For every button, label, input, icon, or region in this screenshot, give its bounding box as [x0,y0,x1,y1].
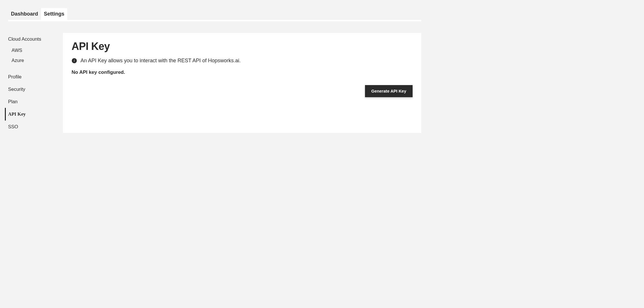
tab-dashboard[interactable]: Dashboard [8,8,41,20]
sidebar-item-cloud-accounts[interactable]: Cloud Accounts [7,33,54,45]
info-text: An API Key allows you to interact with t… [80,58,241,64]
generate-api-key-button[interactable]: Generate API Key [365,85,413,97]
sidebar-item-plan[interactable]: Plan [7,95,54,108]
sidebar-item-sso[interactable]: SSO [7,121,54,133]
info-row: i An API Key allows you to interact with… [72,58,413,64]
settings-sidebar: Cloud Accounts AWS Azure Profile Securit… [8,33,54,133]
sidebar-item-aws[interactable]: AWS [7,45,54,55]
tab-settings[interactable]: Settings [41,8,67,20]
tab-divider [8,20,421,21]
top-tabs: Dashboard Settings [8,8,421,20]
svg-text:i: i [74,59,75,63]
sidebar-item-azure[interactable]: Azure [7,55,54,65]
page-title: API Key [72,40,413,52]
sidebar-item-security[interactable]: Security [7,83,54,95]
api-key-status: No API key configured. [72,70,413,75]
info-icon: i [72,58,77,63]
sidebar-item-api-key[interactable]: API Key [5,108,54,121]
sidebar-gap [8,65,54,71]
main-content-card: API Key i An API Key allows you to inter… [63,33,421,133]
sidebar-item-profile[interactable]: Profile [7,71,54,83]
